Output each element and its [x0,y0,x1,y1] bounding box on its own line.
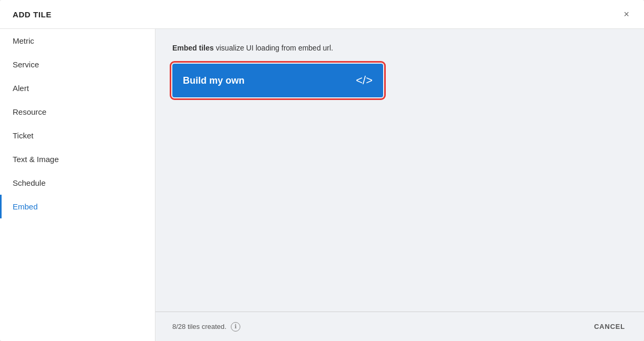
description-bold: Embed tiles [172,44,214,52]
info-icon: ℹ [231,322,240,332]
footer-left: 8/28 tiles created. ℹ [172,322,240,332]
modal-footer: 8/28 tiles created. ℹ CANCEL [155,312,644,341]
build-my-own-button[interactable]: Build my own </> [172,64,383,97]
add-tile-modal: ADD TILE × Metric Service Alert Resource… [0,0,644,341]
content-area: Embed tiles visualize UI loading from em… [155,29,644,312]
modal-title: ADD TILE [13,10,52,19]
code-icon: </> [356,74,373,87]
sidebar-item-alert[interactable]: Alert [0,76,155,100]
sidebar-item-metric[interactable]: Metric [0,29,155,53]
close-button[interactable]: × [621,7,631,21]
sidebar-item-resource[interactable]: Resource [0,100,155,124]
sidebar: Metric Service Alert Resource Ticket Tex… [0,29,155,341]
build-my-own-label: Build my own [183,75,245,86]
description-text: Embed tiles visualize UI loading from em… [172,44,627,52]
cancel-button[interactable]: CANCEL [592,319,627,334]
main-content: Embed tiles visualize UI loading from em… [155,29,644,341]
modal-body: Metric Service Alert Resource Ticket Tex… [0,29,644,341]
sidebar-item-schedule[interactable]: Schedule [0,171,155,195]
sidebar-item-text-image[interactable]: Text & Image [0,147,155,171]
modal-header: ADD TILE × [0,0,644,29]
sidebar-item-ticket[interactable]: Ticket [0,124,155,147]
sidebar-item-embed[interactable]: Embed [0,195,155,218]
tiles-created-text: 8/28 tiles created. [172,323,227,330]
sidebar-item-service[interactable]: Service [0,53,155,76]
description-rest: visualize UI loading from embed url. [214,44,333,52]
